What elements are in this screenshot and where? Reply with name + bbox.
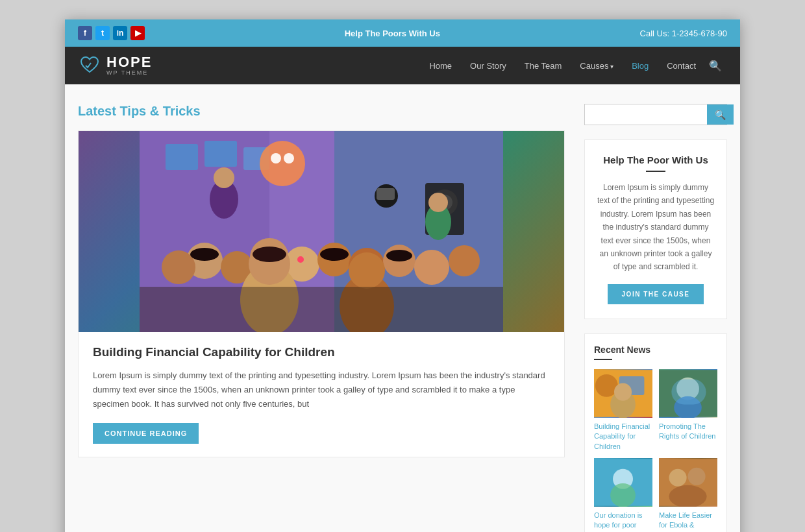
news-link-2[interactable]: Promoting The Rights of Children bbox=[659, 422, 717, 442]
news-link-4[interactable]: Make Life Easier for Ebola & Alzheimer bbox=[659, 511, 717, 532]
article-excerpt: Lorem Ipsum is simply dummy text of the … bbox=[93, 369, 550, 411]
nav-item-home[interactable]: Home bbox=[421, 56, 460, 76]
linkedin-icon[interactable]: in bbox=[113, 26, 127, 40]
nav-item-ourstory[interactable]: Our Story bbox=[462, 56, 514, 76]
nav-link-causes[interactable]: Causes bbox=[572, 56, 621, 76]
svg-point-10 bbox=[271, 153, 281, 163]
recent-news-widget: Recent News Buildi bbox=[584, 333, 727, 532]
widget-divider bbox=[646, 171, 665, 172]
svg-point-42 bbox=[614, 383, 632, 400]
svg-point-21 bbox=[414, 250, 449, 285]
svg-rect-31 bbox=[377, 188, 395, 200]
nav-link-home[interactable]: Home bbox=[421, 56, 460, 76]
svg-rect-46 bbox=[671, 379, 706, 404]
nav-item-contact[interactable]: Contact bbox=[659, 56, 704, 76]
article-body: Building Financial Capability for Childr… bbox=[79, 332, 564, 457]
svg-point-22 bbox=[449, 245, 480, 276]
continue-reading-button[interactable]: CONTINUE READING bbox=[93, 423, 199, 444]
news-item-3: Our donation is hope for poor children bbox=[594, 458, 652, 532]
recent-news-title: Recent News bbox=[594, 345, 717, 355]
article-title: Building Financial Capability for Childr… bbox=[93, 345, 550, 359]
recent-news-divider bbox=[594, 359, 612, 360]
nav-link-ourstory[interactable]: Our Story bbox=[462, 56, 514, 76]
logo-text: HOPE WP THEME bbox=[106, 55, 152, 76]
svg-rect-37 bbox=[140, 287, 503, 332]
svg-point-51 bbox=[669, 469, 686, 487]
nav-bar: HOPE WP THEME Home Our Story The Team Ca… bbox=[65, 47, 740, 84]
svg-point-13 bbox=[214, 167, 234, 188]
search-button[interactable]: 🔍 bbox=[707, 104, 734, 125]
logo-subtitle: WP THEME bbox=[106, 69, 152, 76]
search-box: 🔍 bbox=[584, 104, 727, 125]
svg-point-49 bbox=[610, 483, 636, 507]
news-link-3[interactable]: Our donation is hope for poor children bbox=[594, 511, 652, 532]
svg-point-23 bbox=[162, 250, 195, 284]
social-icons: f t in ▶ bbox=[78, 26, 145, 40]
search-input[interactable] bbox=[585, 104, 707, 125]
svg-point-29 bbox=[428, 193, 448, 212]
section-title: Latest Tips & Tricks bbox=[78, 104, 565, 119]
svg-point-36 bbox=[297, 256, 304, 263]
nav-link-theteam[interactable]: The Team bbox=[517, 56, 570, 76]
svg-rect-3 bbox=[166, 144, 198, 170]
news-item-1: Building Financial Capability for Childr… bbox=[594, 369, 652, 452]
svg-point-32 bbox=[190, 248, 219, 261]
phone-number: Call Us: 1-2345-678-90 bbox=[640, 29, 727, 38]
svg-point-34 bbox=[320, 248, 349, 261]
nav-links: Home Our Story The Team Causes Blog Cont… bbox=[421, 56, 704, 76]
news-item-4: Make Life Easier for Ebola & Alzheimer bbox=[659, 458, 717, 532]
youtube-icon[interactable]: ▶ bbox=[130, 26, 145, 40]
news-thumb-3 bbox=[594, 458, 652, 507]
widget-text: Lorem Ipsum is simply dummy text of the … bbox=[597, 181, 715, 274]
tagline: Help The Poors With Us bbox=[345, 29, 440, 38]
news-grid: Building Financial Capability for Childr… bbox=[594, 369, 717, 532]
top-bar: f t in ▶ Help The Poors With Us Call Us:… bbox=[65, 19, 740, 47]
svg-point-52 bbox=[688, 468, 706, 485]
nav-item-causes[interactable]: Causes bbox=[572, 56, 621, 76]
content-left: Latest Tips & Tricks bbox=[78, 104, 565, 532]
svg-point-11 bbox=[284, 153, 294, 163]
svg-point-35 bbox=[386, 250, 412, 261]
browser-window: f t in ▶ Help The Poors With Us Call Us:… bbox=[65, 19, 740, 532]
article-card: Building Financial Capability for Childr… bbox=[78, 130, 565, 457]
widget-title: Help The Poor With Us bbox=[597, 154, 715, 165]
svg-point-27 bbox=[349, 252, 385, 289]
news-thumb-2 bbox=[659, 369, 717, 418]
main-content: Latest Tips & Tricks bbox=[65, 84, 740, 532]
join-cause-button[interactable]: JOIN THE CAUSE bbox=[608, 284, 704, 304]
nav-link-blog[interactable]: Blog bbox=[624, 56, 656, 76]
nav-item-blog[interactable]: Blog bbox=[624, 56, 656, 76]
nav-search-icon[interactable]: 🔍 bbox=[704, 54, 727, 77]
news-link-1[interactable]: Building Financial Capability for Childr… bbox=[594, 422, 652, 452]
help-widget: Help The Poor With Us Lorem Ipsum is sim… bbox=[584, 139, 727, 319]
facebook-icon[interactable]: f bbox=[78, 26, 92, 40]
news-item-2: Promoting The Rights of Children bbox=[659, 369, 717, 452]
svg-rect-4 bbox=[204, 141, 237, 167]
news-thumb-1 bbox=[594, 369, 652, 418]
logo[interactable]: HOPE WP THEME bbox=[78, 54, 152, 77]
content-right: 🔍 Help The Poor With Us Lorem Ipsum is s… bbox=[584, 104, 727, 532]
news-thumb-4 bbox=[659, 458, 717, 507]
nav-item-theteam[interactable]: The Team bbox=[517, 56, 570, 76]
twitter-icon[interactable]: t bbox=[95, 26, 110, 40]
logo-icon bbox=[78, 54, 101, 77]
article-image bbox=[79, 131, 564, 332]
svg-point-33 bbox=[253, 247, 286, 262]
svg-point-9 bbox=[260, 141, 305, 186]
logo-title: HOPE bbox=[106, 55, 152, 69]
nav-link-contact[interactable]: Contact bbox=[659, 56, 704, 76]
